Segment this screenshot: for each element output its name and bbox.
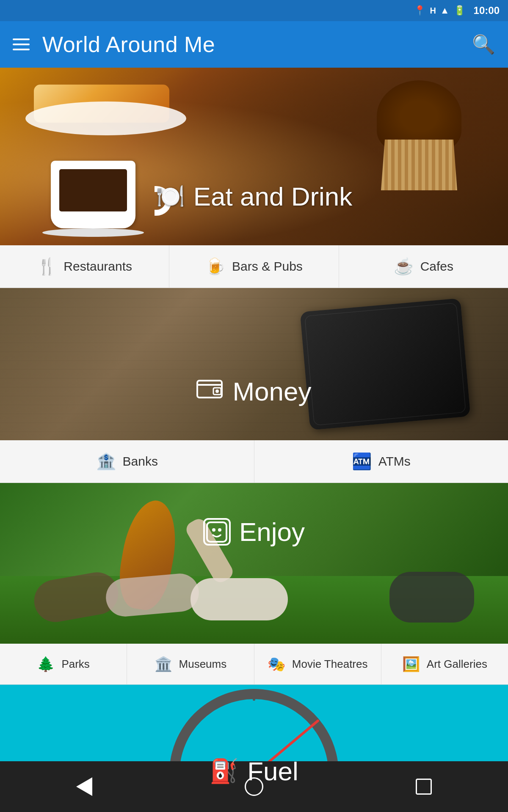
fuel-label: ⛽ Fuel	[0, 756, 508, 786]
search-icon[interactable]: 🔍	[472, 33, 495, 55]
status-bar: 📍 H ▲ 🔋 10:00	[0, 0, 508, 21]
atm-icon: 🏧	[352, 452, 372, 471]
app-bar: World Around Me 🔍	[0, 21, 508, 68]
banks-item[interactable]: 🏦 Banks	[0, 440, 254, 483]
art-galleries-item[interactable]: 🖼️ Art Galleries	[381, 644, 508, 684]
money-sub-bar: 🏦 Banks 🏧 ATMs	[0, 440, 508, 483]
bank-icon: 🏦	[96, 452, 116, 471]
hamburger-line	[13, 44, 30, 45]
bars-pubs-label: Bars & Pubs	[232, 259, 303, 274]
museum-icon: 🏛️	[155, 656, 172, 672]
movie-icon: 🎭	[268, 656, 285, 672]
fuel-title: Fuel	[247, 756, 298, 786]
fuel-icon: ⛽	[210, 757, 239, 785]
app-title: World Around Me	[42, 32, 215, 57]
muffin	[373, 80, 466, 190]
gallery-icon: 🖼️	[402, 656, 420, 672]
money-icon	[196, 377, 224, 406]
eat-drink-section[interactable]: 🍽️ Eat and Drink	[0, 68, 508, 245]
svg-point-2	[215, 390, 219, 393]
smiley-icon	[203, 518, 231, 546]
status-icons: 📍 H ▲ 🔋 10:00	[414, 5, 500, 16]
eat-drink-title: Eat and Drink	[193, 181, 353, 211]
figure-3	[190, 578, 288, 620]
app-bar-left: World Around Me	[13, 32, 215, 57]
money-background: Money	[0, 288, 508, 440]
status-time: 10:00	[474, 5, 500, 16]
utensils-icon: 🍴	[37, 257, 57, 276]
movie-theatres-label: Movie Theatres	[292, 658, 368, 671]
svg-rect-3	[207, 522, 226, 542]
atms-item[interactable]: 🏧 ATMs	[254, 440, 508, 483]
tree-icon: 🌲	[37, 656, 55, 672]
h-signal-icon: H	[430, 6, 436, 16]
location-icon: 📍	[414, 5, 425, 16]
bars-pubs-item[interactable]: 🍺 Bars & Pubs	[169, 245, 339, 288]
plate	[25, 102, 186, 135]
svg-point-5	[218, 528, 221, 532]
enjoy-sub-bar: 🌲 Parks 🏛️ Museums 🎭 Movie Theatres 🖼️ A…	[0, 644, 508, 685]
hamburger-line	[13, 49, 30, 50]
museums-item[interactable]: 🏛️ Museums	[127, 644, 254, 684]
hamburger-menu-button[interactable]	[13, 38, 30, 50]
hamburger-line	[13, 38, 30, 40]
fuel-section[interactable]: ⛽ Fuel	[0, 685, 508, 799]
banks-label: Banks	[123, 454, 158, 469]
restaurants-label: Restaurants	[64, 259, 132, 274]
eat-drink-background: 🍽️ Eat and Drink	[0, 68, 508, 245]
gauge-tick-top	[253, 689, 255, 701]
enjoy-label: Enjoy	[0, 517, 508, 547]
eat-drink-label: 🍽️ Eat and Drink	[0, 181, 508, 211]
restaurants-item[interactable]: 🍴 Restaurants	[0, 245, 169, 288]
enjoy-title: Enjoy	[239, 517, 305, 547]
eat-drink-icon: 🍽️	[156, 183, 185, 210]
atms-label: ATMs	[378, 454, 411, 469]
money-title: Money	[232, 376, 311, 406]
signal-icon: ▲	[440, 5, 450, 16]
beer-icon: 🍺	[205, 257, 225, 276]
art-galleries-label: Art Galleries	[427, 658, 487, 671]
movie-theatres-item[interactable]: 🎭 Movie Theatres	[254, 644, 381, 684]
wallet-decoration	[300, 298, 471, 430]
figure-4	[389, 572, 474, 623]
coffee-icon: ☕	[394, 257, 414, 276]
svg-point-4	[212, 528, 215, 532]
cup-saucer	[42, 228, 144, 237]
enjoy-section[interactable]: Enjoy	[0, 483, 508, 644]
parks-label: Parks	[61, 658, 89, 671]
eat-drink-sub-bar: 🍴 Restaurants 🍺 Bars & Pubs ☕ Cafes	[0, 245, 508, 288]
museums-label: Museums	[179, 658, 227, 671]
cafes-item[interactable]: ☕ Cafes	[339, 245, 508, 288]
money-section[interactable]: Money	[0, 288, 508, 440]
battery-icon: 🔋	[454, 5, 465, 16]
enjoy-background: Enjoy	[0, 483, 508, 644]
cafes-label: Cafes	[420, 259, 453, 274]
money-label: Money	[0, 376, 508, 406]
parks-item[interactable]: 🌲 Parks	[0, 644, 127, 684]
